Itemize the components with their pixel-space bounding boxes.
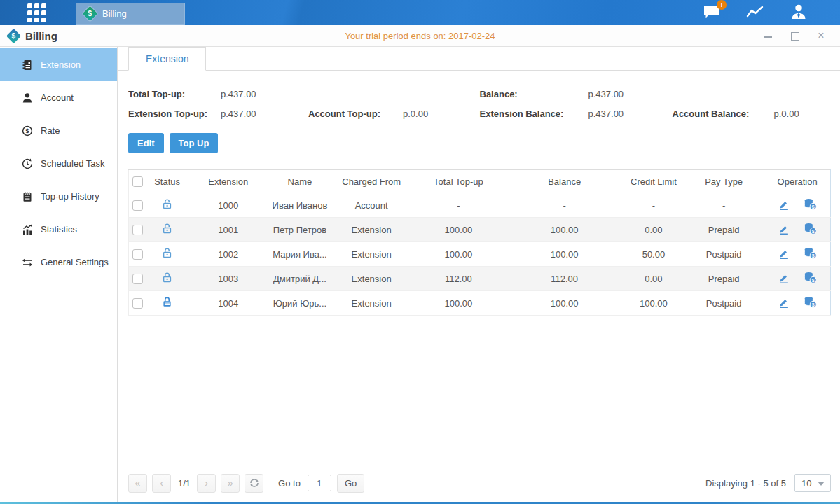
cell-total-topup: 100.00 bbox=[412, 242, 504, 267]
edit-row-icon[interactable] bbox=[778, 223, 790, 237]
cell-balance: 100.00 bbox=[505, 291, 624, 316]
cell-balance: 100.00 bbox=[505, 242, 624, 267]
sidebar-item-label: Rate bbox=[41, 125, 60, 136]
balance-label: Balance: bbox=[480, 89, 588, 99]
prev-page-button[interactable]: ‹ bbox=[152, 474, 171, 493]
row-checkbox[interactable] bbox=[132, 249, 143, 260]
cell-extension: 1003 bbox=[188, 267, 269, 291]
row-checkbox[interactable] bbox=[132, 298, 143, 309]
svg-text:$: $ bbox=[25, 127, 29, 134]
table-row: 1004 Юрий Юрь... Extension 100.00 100.00… bbox=[129, 291, 831, 316]
sidebar-item-account[interactable]: Account bbox=[0, 81, 117, 114]
edit-row-icon[interactable] bbox=[778, 198, 790, 212]
column-header-name: Name bbox=[269, 170, 331, 193]
topup-row-icon[interactable]: $ bbox=[804, 296, 817, 310]
sidebar-item-statistics[interactable]: Statistics bbox=[0, 213, 117, 246]
displaying-text: Displaying 1 - 5 of 5 bbox=[705, 478, 786, 489]
minimize-button[interactable] bbox=[763, 31, 773, 41]
topup-row-icon[interactable]: $ bbox=[804, 272, 817, 286]
sidebar-item-extension[interactable]: Extension bbox=[0, 48, 117, 81]
column-header-pay-type: Pay Type bbox=[683, 170, 764, 193]
topup-row-icon[interactable]: $ bbox=[804, 223, 817, 237]
page-size-value: 10 bbox=[801, 478, 811, 489]
cell-charged-from: Extension bbox=[331, 218, 412, 242]
sidebar: Extension Account $ Rate Scheduled Task bbox=[0, 47, 118, 502]
cell-credit-limit: 0.00 bbox=[624, 267, 683, 291]
sidebar-item-rate[interactable]: $ Rate bbox=[0, 114, 117, 147]
column-header-total-topup: Total Top-up bbox=[412, 170, 504, 193]
summary-panel: Total Top-up: p.437.00 Extension Top-up:… bbox=[128, 89, 831, 119]
page-size-select[interactable]: 10 bbox=[794, 474, 831, 492]
refresh-button[interactable] bbox=[245, 474, 263, 493]
svg-text:$: $ bbox=[812, 302, 815, 308]
cell-balance: - bbox=[505, 193, 624, 218]
cell-credit-limit: 50.00 bbox=[624, 242, 683, 267]
maximize-button[interactable] bbox=[790, 31, 799, 41]
bar-chart-arrow-icon bbox=[22, 224, 33, 235]
account-balance-value: p.0.00 bbox=[774, 108, 832, 119]
cell-name: Петр Петров bbox=[269, 218, 331, 242]
messages-icon[interactable]: ! bbox=[703, 4, 721, 22]
app-grid-icon[interactable] bbox=[25, 1, 48, 24]
cell-charged-from: Extension bbox=[331, 267, 412, 291]
cell-total-topup: 112.00 bbox=[412, 267, 504, 291]
cell-pay-type: Prepaid bbox=[683, 267, 764, 291]
row-checkbox[interactable] bbox=[132, 200, 143, 211]
top-up-button[interactable]: Top Up bbox=[170, 133, 219, 153]
table-body: 1000 Иван Иванов Account - - - - $ bbox=[129, 193, 831, 316]
edit-row-icon[interactable] bbox=[778, 247, 790, 261]
cell-name: Дмитрий Д... bbox=[269, 267, 331, 291]
sidebar-item-general-settings[interactable]: General Settings bbox=[0, 246, 117, 279]
svg-text:$: $ bbox=[812, 204, 815, 210]
cell-credit-limit: 100.00 bbox=[624, 291, 683, 316]
cell-balance: 112.00 bbox=[505, 267, 624, 291]
cell-pay-type: Postpaid bbox=[683, 291, 764, 316]
account-topup-label: Account Top-up: bbox=[308, 108, 403, 119]
tab-strip: Extension bbox=[118, 47, 840, 71]
edit-row-icon[interactable] bbox=[778, 272, 790, 286]
notebook-icon bbox=[22, 191, 33, 202]
svg-text:$: $ bbox=[812, 278, 815, 284]
cell-extension: 1004 bbox=[188, 291, 269, 316]
column-header-extension: Extension bbox=[188, 170, 269, 193]
next-page-button[interactable]: › bbox=[197, 474, 216, 493]
status-lock-icon bbox=[161, 275, 173, 286]
edit-row-icon[interactable] bbox=[778, 296, 790, 310]
topup-row-icon[interactable]: $ bbox=[804, 247, 817, 261]
close-button[interactable]: × bbox=[816, 31, 826, 41]
cell-total-topup: - bbox=[412, 193, 504, 218]
table-row: 1002 Мария Ива... Extension 100.00 100.0… bbox=[129, 242, 831, 267]
topup-row-icon[interactable]: $ bbox=[804, 198, 817, 212]
cell-extension: 1002 bbox=[188, 242, 269, 267]
cell-name: Мария Ива... bbox=[269, 242, 331, 267]
sidebar-item-label: Top-up History bbox=[41, 191, 99, 202]
user-icon[interactable] bbox=[790, 4, 808, 22]
topbar-billing-tab[interactable]: $ Billing bbox=[76, 3, 185, 24]
sidebar-item-scheduled-task[interactable]: Scheduled Task bbox=[0, 147, 117, 180]
edit-button[interactable]: Edit bbox=[128, 133, 164, 153]
sidebar-item-topup-history[interactable]: Top-up History bbox=[0, 180, 117, 213]
row-checkbox[interactable] bbox=[132, 274, 143, 284]
go-button[interactable]: Go bbox=[337, 474, 364, 493]
resource-monitor-icon[interactable] bbox=[746, 5, 764, 21]
select-all-checkbox[interactable] bbox=[132, 176, 143, 187]
last-page-button[interactable]: » bbox=[221, 474, 240, 493]
cell-credit-limit: 0.00 bbox=[624, 218, 683, 242]
status-lock-icon bbox=[161, 202, 173, 212]
cell-total-topup: 100.00 bbox=[412, 218, 504, 242]
row-checkbox[interactable] bbox=[132, 225, 143, 235]
goto-label: Go to bbox=[278, 478, 301, 489]
sidebar-item-label: Account bbox=[41, 92, 74, 103]
column-header-balance: Balance bbox=[505, 170, 624, 193]
goto-page-input[interactable] bbox=[308, 475, 331, 491]
top-bar: $ Billing ! bbox=[0, 0, 840, 25]
page-indicator: 1/1 bbox=[178, 478, 191, 489]
tab-extension[interactable]: Extension bbox=[128, 47, 206, 71]
first-page-button[interactable]: « bbox=[128, 474, 147, 493]
notification-badge: ! bbox=[717, 0, 727, 10]
journal-icon bbox=[22, 59, 33, 71]
status-lock-icon bbox=[161, 226, 173, 237]
cell-pay-type: - bbox=[683, 193, 764, 218]
pagination-bar: « ‹ 1/1 › » Go to Go Displaying 1 - 5 of… bbox=[118, 471, 840, 502]
cell-extension: 1000 bbox=[188, 193, 269, 218]
